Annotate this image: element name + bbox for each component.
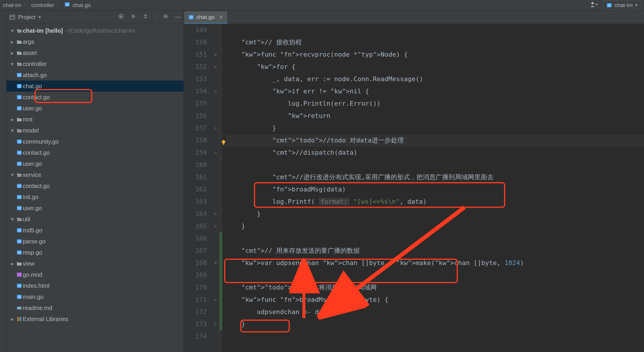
- tree-file[interactable]: index.html: [6, 280, 183, 291]
- select-opened-file-icon[interactable]: [118, 13, 124, 21]
- project-sidebar: Project ▾ | — chat-im [hello] ~/Code/goR…: [6, 11, 184, 352]
- folder-icon: [16, 261, 22, 266]
- folder-icon: [16, 28, 22, 34]
- tree-label: user.go: [23, 203, 42, 214]
- tree-label: go.mod: [23, 269, 42, 280]
- editor-tab[interactable]: chat.go ✕: [184, 11, 228, 24]
- editor-area: chat.go ✕ 149150151152153154155156157158…: [184, 11, 644, 352]
- go-file-icon: [16, 139, 22, 144]
- tree-label: contact.go: [23, 92, 50, 103]
- editor-tab-label: chat.go: [196, 14, 214, 20]
- tree-label: community.go: [23, 136, 59, 147]
- tree-label: init.go: [23, 191, 38, 203]
- line-number-gutter: 1491501511521531541551561571581591601611…: [184, 24, 212, 352]
- svg-rect-13: [19, 317, 20, 321]
- breadcrumb-item[interactable]: controller: [31, 2, 54, 8]
- tree-file[interactable]: user.go: [6, 103, 183, 114]
- run-configuration-selector[interactable]: chat-im ▾: [603, 1, 641, 10]
- folder-icon: [16, 61, 22, 67]
- tree-label: user.go: [23, 103, 42, 114]
- gomod-icon: [16, 272, 23, 278]
- collapse-all-icon[interactable]: [143, 13, 148, 21]
- go-file-icon: [16, 161, 22, 167]
- run-configuration-label: chat-im: [614, 2, 633, 8]
- go-file-icon: [606, 2, 612, 8]
- svg-rect-14: [20, 317, 21, 321]
- breadcrumb-item[interactable]: chat-im: [3, 2, 21, 8]
- tree-file[interactable]: contact.go: [6, 180, 183, 191]
- tree-file[interactable]: parse.go: [6, 236, 183, 247]
- tree-label: controller: [23, 58, 47, 69]
- tree-label: External Libraries: [23, 313, 68, 325]
- tree-folder-service[interactable]: service: [6, 169, 183, 180]
- tree-label: main.go: [23, 291, 44, 302]
- folder-icon: [16, 128, 22, 133]
- go-file-icon: [16, 238, 22, 244]
- tree-label: view: [23, 258, 34, 269]
- tree-external-libraries[interactable]: External Libraries: [6, 313, 183, 325]
- tree-project-root[interactable]: chat-im [hello] ~/Code/goRoot/src/chat-i…: [6, 25, 183, 36]
- tree-label: mnt: [23, 114, 32, 125]
- code-content[interactable]: "cmt">// 接收协程 "kw">func "fn">recvproc(no…: [222, 24, 644, 352]
- tree-file[interactable]: community.go: [6, 136, 183, 147]
- tree-label: index.html: [23, 280, 49, 291]
- tree-folder-util[interactable]: util: [6, 214, 183, 225]
- intention-bulb-icon[interactable]: [221, 137, 226, 142]
- svg-rect-9: [17, 273, 22, 277]
- tree-label: contact.go: [23, 147, 50, 158]
- tree-folder-args[interactable]: args: [6, 36, 183, 47]
- tree-folder-controller[interactable]: controller: [6, 58, 183, 69]
- fold-gutter[interactable]: ⊖⊖⊖⊖⊖⊖⊖⊕⊖⊖: [212, 24, 219, 352]
- go-file-icon: [16, 194, 22, 200]
- svg-point-7: [120, 16, 122, 17]
- tree-file[interactable]: md5.go: [6, 225, 183, 236]
- chevron-down-icon[interactable]: ▾: [38, 14, 41, 20]
- tree-folder-model[interactable]: model: [6, 125, 183, 136]
- tree-file-selected[interactable]: chat.go: [6, 81, 183, 92]
- code-editor[interactable]: 1491501511521531541551561571581591601611…: [184, 24, 644, 352]
- breadcrumb-item[interactable]: chat.go: [72, 2, 91, 8]
- svg-point-8: [165, 15, 167, 17]
- tree-file[interactable]: MDreadme.md: [6, 302, 183, 313]
- tree-file[interactable]: resp.go: [6, 247, 183, 258]
- project-tool-header: Project ▾ | —: [6, 11, 183, 24]
- project-icon: [9, 14, 15, 20]
- tree-label: asset: [23, 47, 37, 58]
- folder-icon: [16, 39, 22, 45]
- settings-gear-icon[interactable]: [163, 13, 169, 21]
- go-file-icon: [16, 205, 22, 211]
- expand-all-icon[interactable]: [130, 13, 136, 21]
- go-file-icon: [16, 72, 22, 78]
- tree-folder-view[interactable]: view: [6, 258, 183, 269]
- tree-file[interactable]: init.go: [6, 191, 183, 203]
- tree-label: parse.go: [23, 236, 46, 247]
- go-file-icon: [16, 250, 22, 255]
- hide-tool-window-icon[interactable]: —: [175, 13, 181, 21]
- tree-file[interactable]: go.mod: [6, 269, 183, 280]
- tree-label: service: [23, 169, 41, 180]
- svg-point-3: [591, 2, 594, 4]
- project-tree[interactable]: chat-im [hello] ~/Code/goRoot/src/chat-i…: [6, 24, 183, 325]
- tree-folder-asset[interactable]: asset: [6, 47, 183, 58]
- tree-file[interactable]: user.go: [6, 203, 183, 214]
- tree-file[interactable]: contact.go: [6, 147, 183, 158]
- tree-label: util: [23, 214, 30, 225]
- user-dropdown-icon[interactable]: [590, 1, 598, 9]
- tree-file[interactable]: attach.go: [6, 69, 183, 81]
- tree-label: contact.go: [23, 180, 50, 191]
- tree-path-hint: ~/Code/goRoot/src/chat-im: [65, 25, 135, 36]
- close-tab-icon[interactable]: ✕: [219, 14, 223, 20]
- tree-label: model: [23, 125, 39, 136]
- go-file-icon: [16, 227, 22, 233]
- svg-rect-4: [10, 15, 15, 19]
- left-tool-strip[interactable]: [0, 11, 6, 352]
- go-file-icon: [16, 150, 22, 156]
- library-icon: [16, 316, 23, 322]
- tree-file[interactable]: contact.go: [6, 92, 183, 103]
- tree-file[interactable]: user.go: [6, 158, 183, 169]
- tree-label: md5.go: [23, 225, 42, 236]
- tree-folder-mnt[interactable]: mnt: [6, 114, 183, 125]
- markdown-icon: MD: [16, 305, 23, 311]
- tree-label: user.go: [23, 158, 42, 169]
- tree-file[interactable]: main.go: [6, 291, 183, 302]
